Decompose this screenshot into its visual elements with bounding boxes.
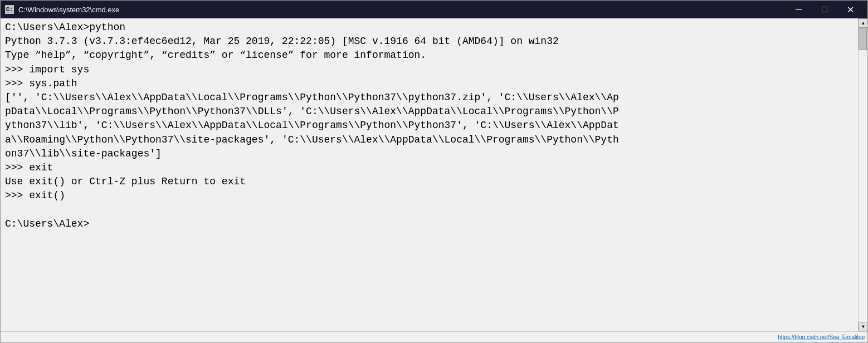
terminal-output[interactable]: C:\Users\Alex>python Python 3.7.3 (v3.7.… xyxy=(1,18,858,331)
scroll-down-button[interactable]: ▼ xyxy=(859,322,867,331)
window-title: C:\Windows\system32\cmd.exe xyxy=(18,6,786,14)
scrollbar-thumb[interactable] xyxy=(859,28,867,50)
status-url: https://blog.csdn.net/Sea_Excalibur xyxy=(778,334,865,340)
close-button[interactable]: ✕ xyxy=(837,1,863,18)
scrollbar[interactable]: ▲ ▼ xyxy=(858,18,867,331)
minimize-button[interactable]: ─ xyxy=(786,1,812,18)
title-bar: C: C:\Windows\system32\cmd.exe ─ □ ✕ xyxy=(1,1,867,18)
cmd-window: C: C:\Windows\system32\cmd.exe ─ □ ✕ C:\… xyxy=(0,0,868,343)
scrollbar-track[interactable] xyxy=(859,28,867,322)
window-icon: C: xyxy=(5,5,14,14)
scroll-up-button[interactable]: ▲ xyxy=(859,18,867,28)
window-controls: ─ □ ✕ xyxy=(786,1,863,18)
content-area: C:\Users\Alex>python Python 3.7.3 (v3.7.… xyxy=(1,18,867,331)
maximize-button[interactable]: □ xyxy=(812,1,837,18)
status-bar: https://blog.csdn.net/Sea_Excalibur xyxy=(1,331,867,342)
